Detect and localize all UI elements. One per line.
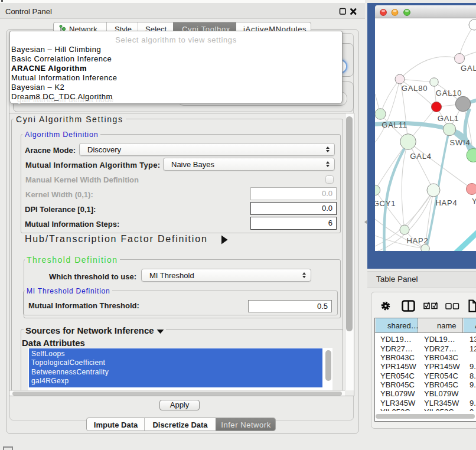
svg-text:GCY1: GCY1 — [375, 199, 396, 208]
svg-text:HAP4: HAP4 — [435, 198, 457, 207]
svg-text:GAL4: GAL4 — [410, 152, 431, 161]
svg-text:YMR: YMR — [472, 197, 476, 206]
svg-text:GAL10: GAL10 — [436, 89, 462, 97]
svg-text:GAL1: GAL1 — [438, 114, 459, 123]
svg-text:SWI4: SWI4 — [450, 138, 471, 147]
svg-text:HAP2: HAP2 — [406, 236, 428, 245]
svg-text:GAL2: GAL2 — [461, 64, 476, 73]
svg-text:GAL11: GAL11 — [382, 120, 407, 129]
svg-text:GAL80: GAL80 — [402, 84, 428, 93]
